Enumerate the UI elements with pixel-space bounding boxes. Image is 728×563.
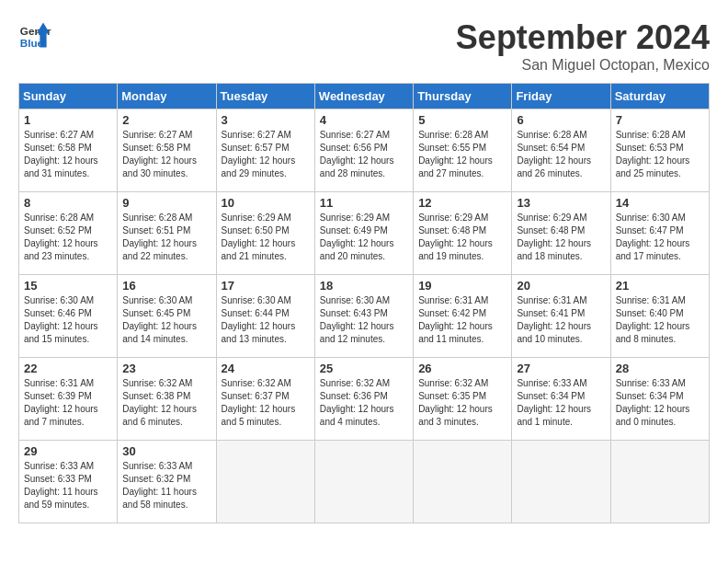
month-title: September 2024: [456, 18, 710, 57]
calendar-cell: 24 Sunrise: 6:32 AM Sunset: 6:37 PM Dayl…: [216, 358, 314, 441]
calendar-cell: 25 Sunrise: 6:32 AM Sunset: 6:36 PM Dayl…: [314, 358, 413, 441]
day-info: Sunrise: 6:28 AM Sunset: 6:55 PM Dayligh…: [418, 129, 506, 180]
day-number: 30: [122, 444, 210, 458]
calendar-cell: 18 Sunrise: 6:30 AM Sunset: 6:43 PM Dayl…: [314, 275, 413, 358]
calendar-cell: 4 Sunrise: 6:27 AM Sunset: 6:56 PM Dayli…: [314, 109, 413, 192]
day-number: 2: [122, 113, 210, 127]
calendar-cell: 2 Sunrise: 6:27 AM Sunset: 6:58 PM Dayli…: [118, 109, 216, 192]
calendar-cell: 14 Sunrise: 6:30 AM Sunset: 6:47 PM Dayl…: [610, 192, 709, 275]
day-number: 5: [418, 113, 506, 127]
day-number: 11: [320, 196, 408, 210]
calendar-cell: [216, 441, 314, 523]
day-info: Sunrise: 6:29 AM Sunset: 6:50 PM Dayligh…: [222, 212, 310, 263]
day-number: 6: [517, 113, 605, 127]
day-number: 15: [24, 279, 112, 293]
calendar-row: 15 Sunrise: 6:30 AM Sunset: 6:46 PM Dayl…: [19, 275, 710, 358]
calendar-table: Sunday Monday Tuesday Wednesday Thursday…: [18, 83, 710, 523]
day-info: Sunrise: 6:28 AM Sunset: 6:53 PM Dayligh…: [616, 129, 704, 180]
day-number: 16: [122, 279, 210, 293]
day-number: 29: [24, 444, 112, 458]
calendar-cell: 12 Sunrise: 6:29 AM Sunset: 6:48 PM Dayl…: [414, 192, 512, 275]
calendar-cell: [610, 441, 709, 523]
day-number: 20: [517, 279, 605, 293]
calendar-cell: 28 Sunrise: 6:33 AM Sunset: 6:34 PM Dayl…: [610, 358, 709, 441]
day-info: Sunrise: 6:32 AM Sunset: 6:35 PM Dayligh…: [418, 377, 506, 429]
calendar-cell: 9 Sunrise: 6:28 AM Sunset: 6:51 PM Dayli…: [118, 192, 216, 275]
day-number: 22: [24, 362, 112, 375]
day-number: 24: [222, 362, 310, 375]
logo-icon: General Blue: [18, 18, 51, 52]
col-wednesday: Wednesday: [314, 84, 413, 109]
day-info: Sunrise: 6:28 AM Sunset: 6:51 PM Dayligh…: [122, 212, 210, 263]
calendar-cell: 22 Sunrise: 6:31 AM Sunset: 6:39 PM Dayl…: [19, 358, 118, 441]
day-number: 17: [222, 279, 310, 293]
calendar-cell: 20 Sunrise: 6:31 AM Sunset: 6:41 PM Dayl…: [512, 275, 610, 358]
day-info: Sunrise: 6:33 AM Sunset: 6:32 PM Dayligh…: [122, 460, 210, 511]
logo: General Blue: [18, 18, 51, 52]
col-thursday: Thursday: [414, 84, 512, 109]
col-tuesday: Tuesday: [216, 84, 314, 109]
calendar-cell: 5 Sunrise: 6:28 AM Sunset: 6:55 PM Dayli…: [414, 109, 512, 192]
day-info: Sunrise: 6:33 AM Sunset: 6:34 PM Dayligh…: [517, 377, 605, 429]
calendar-cell: 29 Sunrise: 6:33 AM Sunset: 6:33 PM Dayl…: [19, 441, 118, 523]
col-friday: Friday: [512, 84, 610, 109]
day-number: 19: [418, 279, 506, 293]
day-number: 26: [418, 362, 506, 375]
day-number: 7: [616, 113, 704, 127]
calendar-cell: [414, 441, 512, 523]
calendar-cell: [314, 441, 413, 523]
day-info: Sunrise: 6:33 AM Sunset: 6:34 PM Dayligh…: [616, 377, 704, 429]
calendar-row: 29 Sunrise: 6:33 AM Sunset: 6:33 PM Dayl…: [19, 441, 710, 523]
calendar-header-row: Sunday Monday Tuesday Wednesday Thursday…: [19, 84, 710, 109]
day-number: 12: [418, 196, 506, 210]
calendar-cell: 6 Sunrise: 6:28 AM Sunset: 6:54 PM Dayli…: [512, 109, 610, 192]
day-number: 23: [122, 362, 210, 375]
day-info: Sunrise: 6:33 AM Sunset: 6:33 PM Dayligh…: [24, 460, 112, 511]
calendar-cell: 8 Sunrise: 6:28 AM Sunset: 6:52 PM Dayli…: [19, 192, 118, 275]
day-info: Sunrise: 6:31 AM Sunset: 6:40 PM Dayligh…: [616, 294, 704, 346]
calendar-cell: 27 Sunrise: 6:33 AM Sunset: 6:34 PM Dayl…: [512, 358, 610, 441]
day-info: Sunrise: 6:30 AM Sunset: 6:47 PM Dayligh…: [616, 212, 704, 263]
day-number: 14: [616, 196, 704, 210]
calendar-cell: [512, 441, 610, 523]
title-block: September 2024 San Miguel Octopan, Mexic…: [456, 18, 710, 74]
day-number: 27: [517, 362, 605, 375]
location: San Miguel Octopan, Mexico: [456, 57, 710, 74]
day-info: Sunrise: 6:29 AM Sunset: 6:48 PM Dayligh…: [418, 212, 506, 263]
calendar-cell: 11 Sunrise: 6:29 AM Sunset: 6:49 PM Dayl…: [314, 192, 413, 275]
col-saturday: Saturday: [610, 84, 709, 109]
calendar-cell: 21 Sunrise: 6:31 AM Sunset: 6:40 PM Dayl…: [610, 275, 709, 358]
calendar-cell: 3 Sunrise: 6:27 AM Sunset: 6:57 PM Dayli…: [216, 109, 314, 192]
calendar-cell: 23 Sunrise: 6:32 AM Sunset: 6:38 PM Dayl…: [118, 358, 216, 441]
day-info: Sunrise: 6:32 AM Sunset: 6:38 PM Dayligh…: [122, 377, 210, 429]
day-info: Sunrise: 6:31 AM Sunset: 6:39 PM Dayligh…: [24, 377, 112, 429]
day-info: Sunrise: 6:29 AM Sunset: 6:48 PM Dayligh…: [517, 212, 605, 263]
calendar-cell: 30 Sunrise: 6:33 AM Sunset: 6:32 PM Dayl…: [118, 441, 216, 523]
day-info: Sunrise: 6:31 AM Sunset: 6:42 PM Dayligh…: [418, 294, 506, 346]
day-info: Sunrise: 6:32 AM Sunset: 6:37 PM Dayligh…: [222, 377, 310, 429]
day-info: Sunrise: 6:30 AM Sunset: 6:43 PM Dayligh…: [320, 294, 408, 346]
day-number: 28: [616, 362, 704, 375]
col-sunday: Sunday: [19, 84, 118, 109]
day-info: Sunrise: 6:30 AM Sunset: 6:46 PM Dayligh…: [24, 294, 112, 346]
calendar-cell: 7 Sunrise: 6:28 AM Sunset: 6:53 PM Dayli…: [610, 109, 709, 192]
day-info: Sunrise: 6:30 AM Sunset: 6:45 PM Dayligh…: [122, 294, 210, 346]
day-info: Sunrise: 6:27 AM Sunset: 6:58 PM Dayligh…: [24, 129, 112, 180]
calendar-row: 1 Sunrise: 6:27 AM Sunset: 6:58 PM Dayli…: [19, 109, 710, 192]
day-number: 10: [222, 196, 310, 210]
day-number: 25: [320, 362, 408, 375]
calendar-cell: 10 Sunrise: 6:29 AM Sunset: 6:50 PM Dayl…: [216, 192, 314, 275]
day-info: Sunrise: 6:27 AM Sunset: 6:57 PM Dayligh…: [222, 129, 310, 180]
day-number: 18: [320, 279, 408, 293]
day-info: Sunrise: 6:27 AM Sunset: 6:56 PM Dayligh…: [320, 129, 408, 180]
calendar-cell: 15 Sunrise: 6:30 AM Sunset: 6:46 PM Dayl…: [19, 275, 118, 358]
page-header: General Blue September 2024 San Miguel O…: [18, 18, 710, 74]
day-number: 3: [222, 113, 310, 127]
calendar-cell: 16 Sunrise: 6:30 AM Sunset: 6:45 PM Dayl…: [118, 275, 216, 358]
day-number: 21: [616, 279, 704, 293]
day-info: Sunrise: 6:29 AM Sunset: 6:49 PM Dayligh…: [320, 212, 408, 263]
calendar-cell: 19 Sunrise: 6:31 AM Sunset: 6:42 PM Dayl…: [414, 275, 512, 358]
col-monday: Monday: [118, 84, 216, 109]
calendar-cell: 13 Sunrise: 6:29 AM Sunset: 6:48 PM Dayl…: [512, 192, 610, 275]
calendar-cell: 17 Sunrise: 6:30 AM Sunset: 6:44 PM Dayl…: [216, 275, 314, 358]
